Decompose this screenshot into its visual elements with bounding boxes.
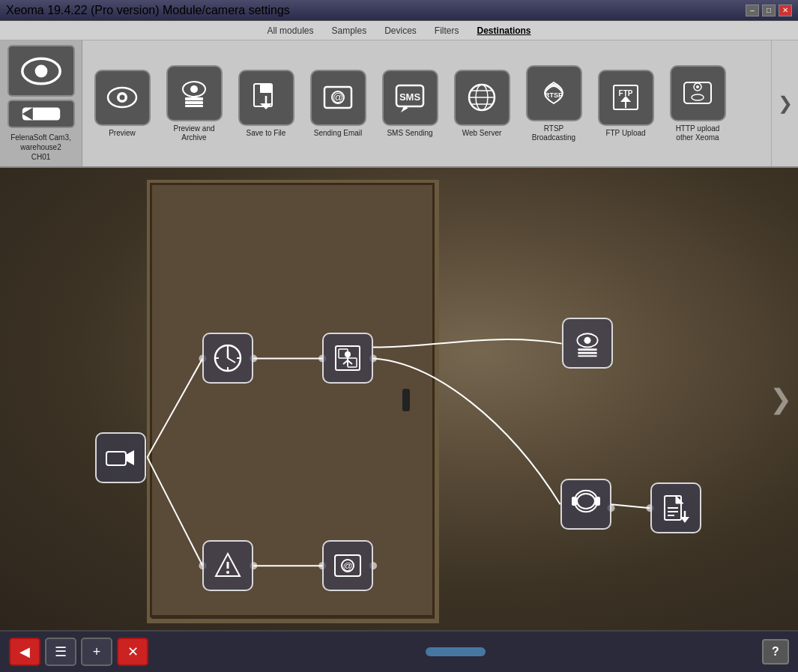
svg-rect-75 [595, 497, 600, 506]
save-file-label: Save to File [247, 129, 286, 138]
svg-text:@: @ [333, 91, 343, 103]
tab-samples[interactable]: Samples [328, 24, 369, 37]
canvas-area: @ ❯ [0, 168, 798, 630]
preview-label: Preview [109, 129, 136, 138]
sms-sending-icon-wrap: SMS [382, 70, 438, 126]
svg-text:RTSP: RTSP [545, 91, 563, 99]
module-ftp-upload[interactable]: FTP FTP Upload [592, 67, 659, 141]
back-button[interactable]: ◀ [9, 638, 40, 666]
svg-marker-47 [126, 450, 134, 465]
bottom-scrollbar[interactable] [426, 647, 486, 656]
tab-destinations[interactable]: Destinations [474, 24, 534, 37]
list-button[interactable]: ☰ [45, 638, 76, 666]
node-motion[interactable] [322, 333, 373, 384]
svg-point-34 [696, 85, 699, 88]
ftp-upload-label: FTP Upload [605, 129, 645, 138]
scrollbar-handle[interactable] [426, 647, 486, 656]
svg-rect-66 [578, 355, 596, 357]
bottom-left-buttons: ◀ ☰ + ✕ [9, 638, 148, 666]
svg-point-8 [190, 85, 198, 93]
toolbar-scroll-arrow[interactable]: ❯ [771, 40, 798, 166]
minimize-button[interactable]: – [746, 4, 759, 16]
node-email[interactable]: @ [322, 540, 373, 591]
http-upload-label: HTTP upload other Xeoma [667, 124, 728, 142]
svg-point-69 [226, 571, 229, 574]
camera-eye-icon[interactable] [7, 45, 75, 97]
module-preview-archive[interactable]: Preview and Archive [160, 62, 228, 145]
node-camera-source[interactable] [95, 432, 146, 483]
modules-row: Preview Preview and Archive [82, 40, 771, 166]
svg-point-1 [34, 64, 47, 77]
titlebar-title: Xeoma 19.4.22 (Pro version) Module/camer… [6, 4, 290, 17]
module-http-upload[interactable]: HTTP upload other Xeoma [664, 62, 731, 145]
tab-devices[interactable]: Devices [381, 24, 420, 37]
web-server-icon-wrap [454, 70, 510, 126]
svg-rect-10 [185, 101, 203, 104]
rtsp-label: RTSP Broadcasting [523, 124, 584, 142]
svg-rect-35 [692, 94, 704, 100]
svg-line-50 [228, 358, 235, 363]
sms-sending-label: SMS Sending [387, 129, 432, 138]
rtsp-icon-wrap: RTSP [526, 65, 582, 121]
svg-rect-65 [578, 352, 596, 354]
module-preview[interactable]: Preview [88, 67, 156, 141]
preview-icon-wrap [94, 70, 151, 126]
svg-rect-64 [578, 348, 596, 351]
canvas-scroll-arrow[interactable]: ❯ [770, 384, 792, 415]
svg-rect-13 [260, 84, 272, 93]
module-web-server[interactable]: Web Server [448, 67, 516, 141]
svg-rect-74 [572, 497, 577, 506]
svg-marker-77 [676, 496, 683, 503]
maximize-button[interactable]: □ [762, 4, 776, 16]
module-save-file[interactable]: Save to File [232, 67, 300, 141]
tab-all-modules[interactable]: All modules [264, 24, 316, 37]
delete-button[interactable]: ✕ [117, 638, 148, 666]
http-upload-icon-wrap [670, 65, 726, 121]
svg-point-63 [584, 337, 590, 344]
svg-point-73 [577, 494, 595, 509]
ftp-upload-icon-wrap: FTP [598, 70, 654, 126]
close-button[interactable]: ✕ [779, 4, 792, 16]
bottom-right: ? [762, 639, 789, 665]
node-ptz[interactable] [560, 479, 611, 530]
titlebar-controls: – □ ✕ [746, 4, 792, 16]
camera-panel: FelenaSoft Cam3, warehouse2 CH01 [0, 40, 82, 166]
module-sms-sending[interactable]: SMS SMS Sending [376, 67, 444, 141]
svg-marker-82 [680, 517, 689, 523]
preview-archive-icon-wrap [166, 65, 223, 121]
door [150, 183, 435, 617]
svg-point-6 [120, 95, 125, 100]
save-file-icon-wrap [238, 70, 294, 126]
node-save[interactable] [650, 482, 701, 533]
node-scheduler[interactable] [202, 333, 253, 384]
module-rtsp[interactable]: RTSP RTSP Broadcasting [520, 62, 587, 145]
camera-back-icon[interactable] [7, 100, 75, 128]
bottom-bar: ◀ ☰ + ✕ ? [0, 630, 798, 672]
module-toolbar: FelenaSoft Cam3, warehouse2 CH01 Preview [0, 40, 798, 168]
svg-rect-11 [185, 105, 203, 107]
svg-point-58 [345, 351, 351, 357]
svg-text:SMS: SMS [399, 91, 421, 103]
module-sending-email[interactable]: @ Sending Email [304, 67, 372, 141]
sending-email-icon-wrap: @ [310, 70, 366, 126]
svg-rect-46 [106, 452, 126, 465]
add-button[interactable]: + [81, 638, 112, 666]
svg-rect-9 [185, 97, 203, 100]
tab-filters[interactable]: Filters [432, 24, 462, 37]
titlebar: Xeoma 19.4.22 (Pro version) Module/camer… [0, 0, 798, 21]
node-preview[interactable] [562, 318, 613, 369]
sending-email-label: Sending Email [314, 129, 362, 138]
web-server-label: Web Server [462, 129, 502, 138]
svg-text:@: @ [342, 560, 352, 572]
help-button[interactable]: ? [762, 639, 789, 665]
nav-tabs: All modules Samples Devices Filters Dest… [0, 21, 798, 40]
preview-archive-label: Preview and Archive [163, 124, 225, 142]
node-alerts[interactable] [202, 540, 253, 591]
svg-rect-57 [348, 358, 357, 367]
camera-name: FelenaSoft Cam3, warehouse2 CH01 [10, 133, 71, 162]
